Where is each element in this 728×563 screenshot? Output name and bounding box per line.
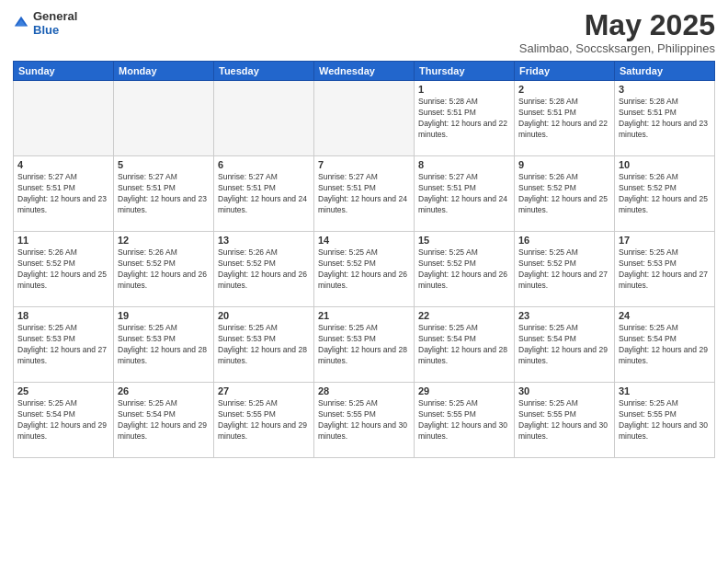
day-info: Sunrise: 5:25 AMSunset: 5:54 PMDaylight:… [17, 398, 109, 442]
calendar-cell: 6Sunrise: 5:27 AMSunset: 5:51 PMDaylight… [214, 156, 314, 232]
day-number: 1 [418, 84, 510, 95]
day-number: 6 [218, 159, 310, 170]
day-info: Sunrise: 5:25 AMSunset: 5:53 PMDaylight:… [619, 247, 711, 292]
day-number: 7 [318, 159, 410, 170]
day-number: 30 [518, 385, 610, 396]
title-area: May 2025 Salimbao, Soccsksargen, Philipp… [519, 9, 715, 55]
day-info: Sunrise: 5:25 AMSunset: 5:53 PMDaylight:… [218, 323, 310, 367]
day-info: Sunrise: 5:25 AMSunset: 5:54 PMDaylight:… [619, 323, 711, 367]
day-info: Sunrise: 5:27 AMSunset: 5:51 PMDaylight:… [118, 172, 210, 216]
day-number: 11 [17, 235, 109, 246]
calendar-cell: 1Sunrise: 5:28 AMSunset: 5:51 PMDaylight… [415, 81, 515, 156]
day-number: 27 [218, 385, 310, 396]
calendar-cell: 16Sunrise: 5:25 AMSunset: 5:52 PMDayligh… [515, 232, 615, 307]
day-info: Sunrise: 5:26 AMSunset: 5:52 PMDaylight:… [218, 247, 310, 292]
logo-icon [13, 15, 29, 31]
weekday-header: Tuesday [214, 62, 314, 81]
weekday-header: Monday [114, 62, 214, 81]
day-number: 4 [17, 159, 109, 170]
day-number: 10 [619, 159, 711, 170]
day-info: Sunrise: 5:25 AMSunset: 5:52 PMDaylight:… [418, 247, 510, 292]
logo-blue: Blue [33, 23, 77, 37]
day-info: Sunrise: 5:25 AMSunset: 5:55 PMDaylight:… [218, 398, 310, 442]
day-number: 31 [619, 385, 711, 396]
day-number: 28 [318, 385, 410, 396]
calendar-cell: 19Sunrise: 5:25 AMSunset: 5:53 PMDayligh… [114, 307, 214, 383]
calendar-header-row: SundayMondayTuesdayWednesdayThursdayFrid… [14, 62, 715, 81]
day-info: Sunrise: 5:27 AMSunset: 5:51 PMDaylight:… [218, 172, 310, 216]
day-info: Sunrise: 5:28 AMSunset: 5:51 PMDaylight:… [619, 97, 711, 141]
day-number: 20 [218, 310, 310, 321]
day-info: Sunrise: 5:27 AMSunset: 5:51 PMDaylight:… [318, 172, 410, 216]
day-info: Sunrise: 5:25 AMSunset: 5:54 PMDaylight:… [418, 323, 510, 367]
calendar-cell: 3Sunrise: 5:28 AMSunset: 5:51 PMDaylight… [615, 81, 715, 156]
location: Salimbao, Soccsksargen, Philippines [519, 41, 715, 55]
calendar-cell: 2Sunrise: 5:28 AMSunset: 5:51 PMDaylight… [515, 81, 615, 156]
day-number: 5 [118, 159, 210, 170]
calendar-week-row: 18Sunrise: 5:25 AMSunset: 5:53 PMDayligh… [14, 307, 715, 383]
day-info: Sunrise: 5:26 AMSunset: 5:52 PMDaylight:… [518, 172, 610, 216]
calendar-week-row: 1Sunrise: 5:28 AMSunset: 5:51 PMDaylight… [14, 81, 715, 156]
calendar-cell: 23Sunrise: 5:25 AMSunset: 5:54 PMDayligh… [515, 307, 615, 383]
calendar: SundayMondayTuesdayWednesdayThursdayFrid… [13, 61, 715, 458]
day-number: 15 [418, 235, 510, 246]
calendar-cell [214, 81, 314, 156]
calendar-week-row: 25Sunrise: 5:25 AMSunset: 5:54 PMDayligh… [14, 383, 715, 458]
logo: General Blue [13, 9, 77, 37]
calendar-cell: 24Sunrise: 5:25 AMSunset: 5:54 PMDayligh… [615, 307, 715, 383]
calendar-cell: 17Sunrise: 5:25 AMSunset: 5:53 PMDayligh… [615, 232, 715, 307]
day-info: Sunrise: 5:26 AMSunset: 5:52 PMDaylight:… [118, 247, 210, 292]
day-info: Sunrise: 5:25 AMSunset: 5:53 PMDaylight:… [318, 323, 410, 367]
logo-general: General [33, 9, 77, 23]
calendar-cell: 5Sunrise: 5:27 AMSunset: 5:51 PMDaylight… [114, 156, 214, 232]
weekday-header: Wednesday [314, 62, 415, 81]
calendar-cell: 18Sunrise: 5:25 AMSunset: 5:53 PMDayligh… [14, 307, 114, 383]
day-info: Sunrise: 5:25 AMSunset: 5:55 PMDaylight:… [318, 398, 410, 442]
day-info: Sunrise: 5:28 AMSunset: 5:51 PMDaylight:… [518, 97, 610, 141]
day-number: 19 [118, 310, 210, 321]
calendar-cell: 9Sunrise: 5:26 AMSunset: 5:52 PMDaylight… [515, 156, 615, 232]
day-info: Sunrise: 5:27 AMSunset: 5:51 PMDaylight:… [17, 172, 109, 216]
day-info: Sunrise: 5:27 AMSunset: 5:51 PMDaylight:… [418, 172, 510, 216]
calendar-cell: 27Sunrise: 5:25 AMSunset: 5:55 PMDayligh… [214, 383, 314, 458]
calendar-cell [14, 81, 114, 156]
day-number: 25 [17, 385, 109, 396]
calendar-cell: 4Sunrise: 5:27 AMSunset: 5:51 PMDaylight… [14, 156, 114, 232]
day-number: 18 [17, 310, 109, 321]
calendar-week-row: 11Sunrise: 5:26 AMSunset: 5:52 PMDayligh… [14, 232, 715, 307]
day-info: Sunrise: 5:25 AMSunset: 5:55 PMDaylight:… [619, 398, 711, 442]
calendar-cell: 11Sunrise: 5:26 AMSunset: 5:52 PMDayligh… [14, 232, 114, 307]
calendar-cell: 25Sunrise: 5:25 AMSunset: 5:54 PMDayligh… [14, 383, 114, 458]
logo-text: General Blue [33, 9, 77, 37]
day-info: Sunrise: 5:28 AMSunset: 5:51 PMDaylight:… [418, 97, 510, 141]
weekday-header: Sunday [14, 62, 114, 81]
calendar-cell: 12Sunrise: 5:26 AMSunset: 5:52 PMDayligh… [114, 232, 214, 307]
day-info: Sunrise: 5:25 AMSunset: 5:54 PMDaylight:… [118, 398, 210, 442]
day-number: 16 [518, 235, 610, 246]
calendar-cell: 14Sunrise: 5:25 AMSunset: 5:52 PMDayligh… [314, 232, 415, 307]
calendar-week-row: 4Sunrise: 5:27 AMSunset: 5:51 PMDaylight… [14, 156, 715, 232]
day-number: 17 [619, 235, 711, 246]
day-number: 26 [118, 385, 210, 396]
day-number: 22 [418, 310, 510, 321]
calendar-cell: 7Sunrise: 5:27 AMSunset: 5:51 PMDaylight… [314, 156, 415, 232]
calendar-cell: 22Sunrise: 5:25 AMSunset: 5:54 PMDayligh… [415, 307, 515, 383]
day-number: 23 [518, 310, 610, 321]
day-number: 14 [318, 235, 410, 246]
page: General Blue May 2025 Salimbao, Soccsksa… [0, 0, 728, 563]
calendar-cell: 28Sunrise: 5:25 AMSunset: 5:55 PMDayligh… [314, 383, 415, 458]
day-number: 9 [518, 159, 610, 170]
calendar-cell [314, 81, 415, 156]
weekday-header: Saturday [615, 62, 715, 81]
day-number: 3 [619, 84, 711, 95]
day-number: 2 [518, 84, 610, 95]
header: General Blue May 2025 Salimbao, Soccsksa… [13, 9, 715, 55]
calendar-cell [114, 81, 214, 156]
calendar-cell: 15Sunrise: 5:25 AMSunset: 5:52 PMDayligh… [415, 232, 515, 307]
day-number: 29 [418, 385, 510, 396]
calendar-cell: 31Sunrise: 5:25 AMSunset: 5:55 PMDayligh… [615, 383, 715, 458]
day-info: Sunrise: 5:26 AMSunset: 5:52 PMDaylight:… [619, 172, 711, 216]
day-number: 13 [218, 235, 310, 246]
day-info: Sunrise: 5:25 AMSunset: 5:55 PMDaylight:… [518, 398, 610, 442]
day-number: 21 [318, 310, 410, 321]
